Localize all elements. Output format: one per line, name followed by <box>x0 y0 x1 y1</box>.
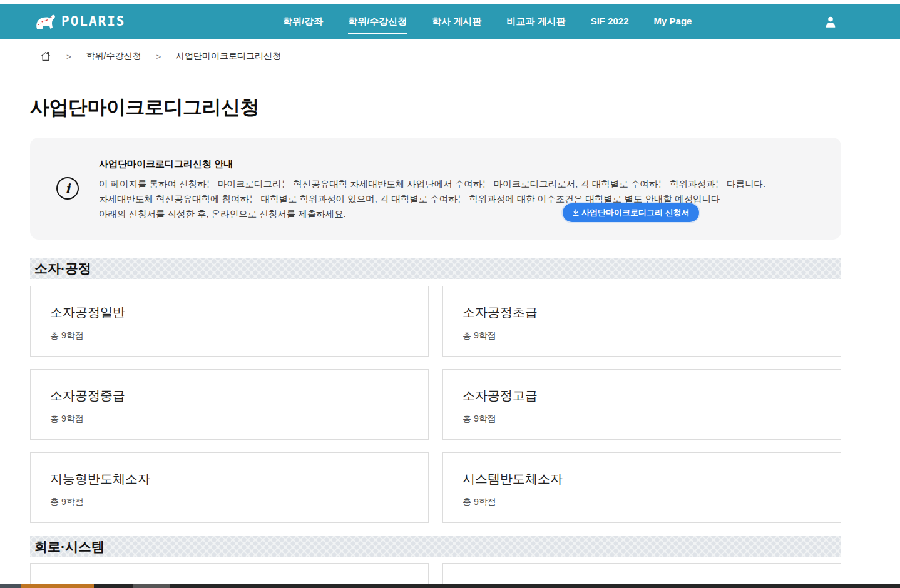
taskbar-segment <box>133 584 170 588</box>
breadcrumb-item-current[interactable]: 사업단마이크로디그리신청 <box>176 51 281 62</box>
notice-line-3: 아래의 신청서를 작성한 후, 온라인으로 신청서를 제출하세요. <box>99 206 841 221</box>
notice-heading: 사업단마이크로디그리신청 안내 <box>99 158 841 170</box>
card-title: 소자공정일반 <box>50 304 428 321</box>
notice-line-1: 이 페이지를 통하여 신청하는 마이크로디그리는 혁신공유대학 차세대반도체 사… <box>99 176 841 191</box>
user-profile-icon[interactable] <box>824 15 837 29</box>
card-system-semiconductor-device[interactable]: 시스템반도체소자 총 9학점 <box>442 452 841 523</box>
info-icon: i <box>56 177 79 200</box>
card-title: 소자공정초급 <box>463 304 841 321</box>
breadcrumb: > 학위/수강신청 > 사업단마이크로디그리신청 <box>0 39 900 74</box>
top-navbar: POLARIS 학위/강좌 학위/수강신청 학사 게시판 비교과 게시판 SIF… <box>0 4 900 39</box>
card-credits: 총 9학점 <box>463 413 841 425</box>
polar-bear-icon <box>34 12 56 31</box>
main-nav: 학위/강좌 학위/수강신청 학사 게시판 비교과 게시판 SIF 2022 My… <box>283 4 692 39</box>
nav-item-degree-courses[interactable]: 학위/강좌 <box>283 4 323 39</box>
card-device-process-beginner[interactable]: 소자공정초급 총 9학점 <box>442 286 841 357</box>
card-credits: 총 9학점 <box>463 497 841 508</box>
card-title: 소자공정중급 <box>50 387 428 404</box>
download-icon <box>572 209 580 216</box>
nav-item-degree-enrollment[interactable]: 학위/수강신청 <box>348 4 407 39</box>
taskbar-edge <box>0 584 900 588</box>
card-title: 시스템반도체소자 <box>463 470 841 487</box>
card-title: 지능형반도체소자 <box>50 470 428 487</box>
nav-item-academic-board[interactable]: 학사 게시판 <box>432 4 481 39</box>
card-credits: 총 9학점 <box>50 497 428 508</box>
nav-item-my-page[interactable]: My Page <box>654 4 692 39</box>
card-credits: 총 9학점 <box>50 413 428 425</box>
nav-item-extracurricular-board[interactable]: 비교과 게시판 <box>507 4 566 39</box>
breadcrumb-separator: > <box>156 52 161 61</box>
taskbar-segment-orange <box>21 584 94 588</box>
notice-content: 사업단마이크로디그리신청 안내 이 페이지를 통하여 신청하는 마이크로디그리는… <box>30 138 841 221</box>
page-title: 사업단마이크로디그리신청 <box>30 94 841 121</box>
card-grid-device-process: 소자공정일반 총 9학점 소자공정초급 총 9학점 소자공정중급 총 9학점 소… <box>30 286 841 523</box>
nav-item-sif-2022[interactable]: SIF 2022 <box>591 4 629 39</box>
card-device-process-advanced[interactable]: 소자공정고급 총 9학점 <box>442 369 841 440</box>
section-header-device-process: 소자·공정 <box>30 258 841 279</box>
card-device-process-general[interactable]: 소자공정일반 총 9학점 <box>30 286 429 357</box>
notice-box: i 사업단마이크로디그리신청 안내 이 페이지를 통하여 신청하는 마이크로디그… <box>30 138 841 240</box>
home-icon[interactable] <box>40 51 51 62</box>
brand-name: POLARIS <box>61 14 126 29</box>
card-device-process-intermediate[interactable]: 소자공정중급 총 9학점 <box>30 369 429 440</box>
taskbar-segment <box>0 584 21 588</box>
breadcrumb-separator: > <box>66 52 71 61</box>
main-content: 사업단마이크로디그리신청 i 사업단마이크로디그리신청 안내 이 페이지를 통하… <box>30 75 841 588</box>
application-form-download-button[interactable]: 사업단마이크로디그리 신청서 <box>563 203 699 222</box>
card-intelligent-semiconductor-device[interactable]: 지능형반도체소자 총 9학점 <box>30 452 429 523</box>
breadcrumb-item-enrollment[interactable]: 학위/수강신청 <box>86 51 141 62</box>
polaris-logo[interactable]: POLARIS <box>34 4 126 39</box>
notice-line-2: 차세대반도체 혁신공유대학에 참여하는 대학별로 학위과정이 있으며, 각 대학… <box>99 191 841 206</box>
section-header-circuit-system: 회로·시스템 <box>30 536 841 557</box>
download-button-label: 사업단마이크로디그리 신청서 <box>581 207 690 218</box>
card-credits: 총 9학점 <box>50 330 428 342</box>
card-title: 소자공정고급 <box>463 387 841 404</box>
card-credits: 총 9학점 <box>463 330 841 342</box>
